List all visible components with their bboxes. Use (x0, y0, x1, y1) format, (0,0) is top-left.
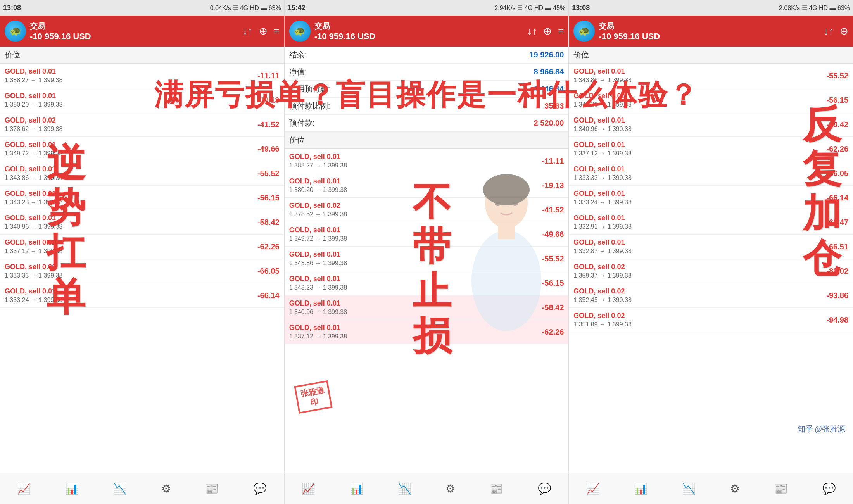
section-header-1: 价位 (0, 47, 284, 64)
table-row[interactable]: GOLD, sell 0.01 1 332.87 → 1 399.38 -66.… (569, 235, 853, 259)
header-icons-1: ↓↑ ⊕ ≡ (243, 25, 280, 37)
table-row[interactable]: GOLD, sell 0.01 1 332.91 → 1 399.38 -66.… (569, 210, 853, 235)
app-header-1: 🐢 交易 -10 959.16 USD ↓↑ ⊕ ≡ (0, 16, 284, 47)
table-row[interactable]: GOLD, sell 0.01 1 337.12 → 1 399.38 -62.… (569, 137, 853, 161)
status-bar-1: 13:08 0.04K/s ☰ 4G HD ▬ 63% (0, 0, 284, 16)
nav-news-1[interactable]: 📰 (205, 482, 219, 495)
table-row[interactable]: GOLD, sell 0.01 1 343.86 → 1 399.38 -55.… (0, 161, 284, 186)
trade-list-1: GOLD, sell 0.01 1 388.27 → 1 399.38 -11.… (0, 64, 284, 308)
menu-icon-1[interactable]: ≡ (274, 25, 280, 37)
app-info-1: 交易 -10 959.16 USD (30, 21, 243, 41)
table-row[interactable]: GOLD, sell 0.01 1 333.33 → 1 399.38 -66.… (569, 161, 853, 186)
status-text-1: 0.04K/s ☰ 4G HD ▬ 63% (210, 4, 281, 12)
summary-row-margin: 预付款: 2 520.00 (285, 115, 569, 132)
app-info-3: 交易 -10 959.16 USD (599, 21, 824, 41)
table-row[interactable]: GOLD, sell 0.01 1 349.72 → 1 399.38 -49.… (0, 137, 284, 161)
section-header-3: 价位 (569, 47, 853, 64)
status-text-3: 2.08K/s ☰ 4G HD ▬ 63% (779, 4, 850, 12)
table-row[interactable]: GOLD, sell 0.01 1 349.72 → 1 399.38 -49.… (285, 222, 569, 247)
bottom-nav-1: 📈 📊 📉 ⚙ 📰 💬 (0, 473, 284, 504)
section-label-1: 价位 (5, 50, 20, 59)
app-header-2: 🐢 交易 -10 959.16 USD ↓↑ ⊕ ≡ (285, 16, 569, 47)
app-balance-3: -10 959.16 USD (599, 31, 824, 41)
nav-news-2[interactable]: 📰 (490, 482, 503, 495)
status-indicators-1: 0.04K/s ☰ 4G HD ▬ 63% (210, 4, 281, 12)
zhihu-watermark: 知乎 @张雅源 (798, 424, 845, 434)
table-row[interactable]: GOLD, sell 0.01 1 343.86 → 1 399.38 -55.… (569, 64, 853, 88)
table-row[interactable]: GOLD, sell 0.01 1 340.96 → 1 399.38 -58.… (569, 112, 853, 137)
header-icons-2: ↓↑ ⊕ ≡ (527, 25, 564, 37)
nav-candle-2[interactable]: 📊 (350, 482, 363, 495)
nav-chat-2[interactable]: 💬 (538, 482, 551, 495)
app-title-3: 交易 (599, 21, 824, 31)
nav-settings-1[interactable]: ⚙ (161, 482, 171, 495)
table-row[interactable]: GOLD, sell 0.01 1 343.86 → 1 399.38 -55.… (285, 247, 569, 271)
table-row[interactable]: GOLD, sell 0.01 1 380.20 → 1 399.38 -19.… (285, 173, 569, 198)
logo-3: 🐢 (573, 21, 595, 42)
summary-section: 结余: 19 926.00 净值: 8 966.84 可用预付款: 6 446.… (285, 47, 569, 132)
table-row[interactable]: GOLD, sell 0.02 1 351.89 → 1 399.38 -94.… (569, 308, 853, 332)
nav-news-3[interactable]: 📰 (774, 482, 788, 495)
nav-chart-1[interactable]: 📉 (113, 482, 127, 495)
table-row[interactable]: GOLD, sell 0.01 1 343.23 → 1 399.38 -56.… (569, 88, 853, 112)
section-header-2: 价位 (285, 132, 569, 149)
time-2: 15:42 (288, 4, 306, 12)
nav-trend-3[interactable]: 📈 (586, 482, 600, 495)
trade-content-2: GOLD, sell 0.01 1 388.27 → 1 399.38 -11.… (285, 149, 569, 473)
table-row[interactable]: GOLD, sell 0.01 1 343.23 → 1 399.38 -56.… (285, 271, 569, 295)
section-label-3: 价位 (573, 50, 589, 59)
trade-list-3: GOLD, sell 0.01 1 343.86 → 1 399.38 -55.… (569, 64, 853, 332)
sort-icon-3[interactable]: ↓↑ (824, 25, 834, 37)
table-row[interactable]: GOLD, sell 0.01 1 343.23 → 1 399.38 -56.… (0, 186, 284, 210)
nav-chart-2[interactable]: 📉 (398, 482, 411, 495)
trade-list-2: GOLD, sell 0.01 1 388.27 → 1 399.38 -11.… (285, 149, 569, 344)
add-icon-3[interactable]: ⊕ (840, 25, 848, 37)
nav-candle-3[interactable]: 📊 (634, 482, 648, 495)
table-row[interactable]: GOLD, sell 0.01 1 340.96 → 1 399.38 -58.… (0, 210, 284, 235)
table-row[interactable]: GOLD, sell 0.01 1 333.24 → 1 399.38 -66.… (569, 186, 853, 210)
nav-chart-3[interactable]: 📉 (682, 482, 696, 495)
nav-trend-1[interactable]: 📈 (17, 482, 31, 495)
nav-settings-3[interactable]: ⚙ (730, 482, 740, 495)
app-info-2: 交易 -10 959.16 USD (314, 21, 527, 41)
summary-row-margin-pct: 预付款比例: 35.83 (285, 98, 569, 115)
menu-icon-2[interactable]: ≡ (558, 25, 564, 37)
panel-2: 15:42 2.94K/s ☰ 4G HD ▬ 45% 🐢 交易 -10 959… (285, 0, 569, 504)
table-row[interactable]: GOLD, sell 0.02 1 359.37 → 1 399.38 -80.… (569, 259, 853, 283)
bottom-nav-3: 📈 📊 📉 ⚙ 📰 💬 (569, 473, 853, 504)
app-title-1: 交易 (30, 21, 243, 31)
nav-chat-1[interactable]: 💬 (253, 482, 267, 495)
sort-icon-2[interactable]: ↓↑ (527, 25, 537, 37)
nav-candle-1[interactable]: 📊 (65, 482, 79, 495)
summary-row-margin-free: 可用预付款: 6 446.84 (285, 81, 569, 98)
table-row[interactable]: GOLD, sell 0.01 1 337.12 → 1 399.38 -62.… (0, 235, 284, 259)
add-icon-1[interactable]: ⊕ (259, 25, 268, 37)
logo-2: 🐢 (289, 21, 311, 42)
nav-chat-3[interactable]: 💬 (822, 482, 836, 495)
panel-1: 13:08 0.04K/s ☰ 4G HD ▬ 63% 🐢 交易 -10 959… (0, 0, 285, 504)
app-title-2: 交易 (314, 21, 527, 31)
table-row[interactable]: GOLD, sell 0.01 1 333.24 → 1 399.38 -66.… (0, 283, 284, 308)
section-label-2: 价位 (289, 136, 305, 144)
table-row[interactable]: GOLD, sell 0.01 1 388.27 → 1 399.38 -11.… (0, 64, 284, 88)
time-3: 13:08 (572, 4, 590, 12)
bottom-nav-2: 📈 📊 📉 ⚙ 📰 💬 (285, 473, 569, 504)
table-row[interactable]: GOLD, sell 0.01 1 333.33 → 1 399.38 -66.… (0, 259, 284, 283)
table-row[interactable]: GOLD, sell 0.02 1 378.62 → 1 399.38 -41.… (0, 112, 284, 137)
trade-content-1: GOLD, sell 0.01 1 388.27 → 1 399.38 -11.… (0, 64, 284, 473)
table-row[interactable]: GOLD, sell 0.01 1 337.12 → 1 399.38 -62.… (285, 320, 569, 344)
sort-icon-1[interactable]: ↓↑ (243, 25, 253, 37)
trade-content-3: GOLD, sell 0.01 1 343.86 → 1 399.38 -55.… (569, 64, 853, 473)
summary-row-balance: 结余: 19 926.00 (285, 47, 569, 64)
status-bar-2: 15:42 2.94K/s ☰ 4G HD ▬ 45% (285, 0, 569, 16)
stamp-2: 张雅源印 (294, 380, 332, 414)
app-balance-2: -10 959.16 USD (314, 31, 527, 41)
nav-settings-2[interactable]: ⚙ (445, 482, 455, 495)
table-row[interactable]: GOLD, sell 0.01 1 388.27 → 1 399.38 -11.… (285, 149, 569, 173)
table-row[interactable]: GOLD, sell 0.02 1 352.45 → 1 399.38 -93.… (569, 283, 853, 308)
nav-trend-2[interactable]: 📈 (302, 482, 315, 495)
add-icon-2[interactable]: ⊕ (543, 25, 552, 37)
table-row[interactable]: GOLD, sell 0.01 1 340.96 → 1 399.38 -58.… (285, 295, 569, 320)
table-row[interactable]: GOLD, sell 0.01 1 380.20 → 1 399.38 -19.… (0, 88, 284, 112)
table-row[interactable]: GOLD, sell 0.02 1 378.62 → 1 399.38 -41.… (285, 198, 569, 222)
